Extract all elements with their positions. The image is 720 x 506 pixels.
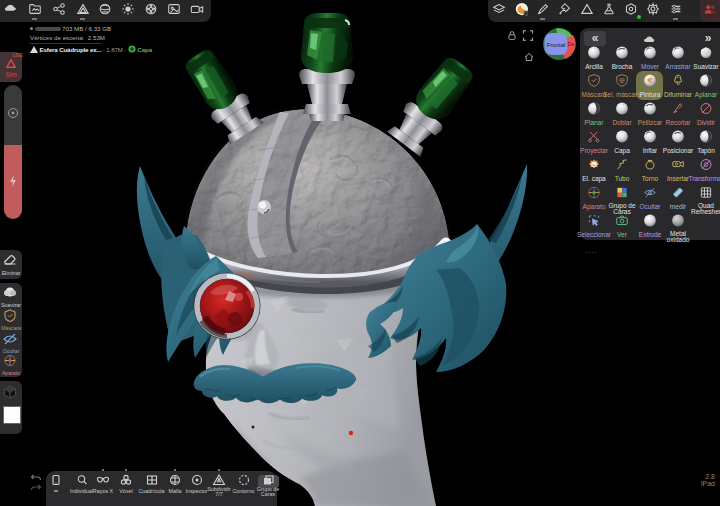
svg-text:Frontal: Frontal bbox=[547, 42, 566, 48]
svg-text:De: De bbox=[567, 41, 574, 47]
